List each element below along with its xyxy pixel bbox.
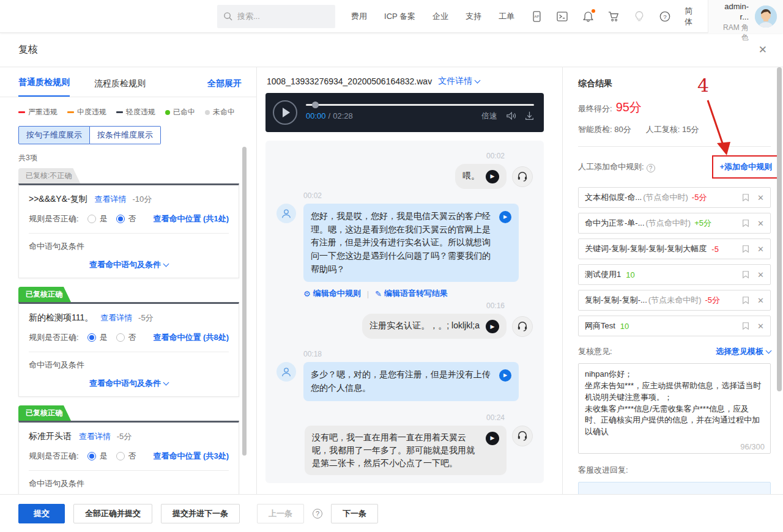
bookmark-gear-icon[interactable]: [741, 270, 750, 279]
headset-icon[interactable]: [512, 166, 533, 187]
remove-rule-icon[interactable]: ✕: [757, 296, 764, 305]
volume-icon[interactable]: [506, 111, 516, 120]
bookmark-gear-icon[interactable]: [741, 322, 750, 330]
rules-scrollbar[interactable]: [242, 147, 247, 456]
radio-no[interactable]: [116, 452, 125, 460]
char-count: 96/300: [740, 442, 765, 451]
remove-rule-icon[interactable]: ✕: [757, 322, 764, 331]
bookmark-gear-icon[interactable]: [741, 193, 750, 202]
nav-menu: 费用 ICP 备案 企业 支持 工单: [351, 11, 514, 22]
radio-yes[interactable]: [87, 215, 96, 223]
nav-item-billing[interactable]: 费用: [351, 11, 367, 22]
radio-no[interactable]: [116, 333, 125, 342]
rule-title: 标准开头语: [29, 431, 72, 441]
opinion-template-link[interactable]: 选择意见模板: [716, 346, 771, 357]
customer-message: 喂。▶: [276, 164, 533, 189]
message-time: 00:02: [276, 152, 505, 160]
tab-flow-rules[interactable]: 流程质检规则: [94, 78, 146, 97]
search-input[interactable]: [237, 12, 329, 21]
view-hit-statement-link[interactable]: 查看命中语句及条件: [29, 378, 229, 389]
manual-rule-item: 复制-复制-复制-...(节点未命中时)-5分 ✕: [578, 290, 771, 311]
agent-message: 多少？嗯，对的，是您有注册，但是并没有上传您的个人信息。▶: [276, 362, 533, 401]
help-icon[interactable]: ?: [659, 10, 671, 23]
view-hit-position-link[interactable]: 查看命中位置 (共8处): [154, 332, 229, 343]
language-switch[interactable]: 简体: [685, 6, 697, 28]
bell-icon[interactable]: [582, 10, 594, 23]
message-play-button[interactable]: ▶: [499, 211, 511, 223]
help-icon[interactable]: ?: [647, 164, 655, 172]
bookmark-gear-icon[interactable]: [741, 219, 750, 227]
remove-rule-icon[interactable]: ✕: [757, 245, 764, 254]
api-icon[interactable]: AP: [530, 10, 543, 23]
view-detail-link[interactable]: 查看详情: [100, 313, 132, 322]
all-correct-submit-button[interactable]: 全部正确并提交: [73, 504, 152, 523]
footer-bar: 提交 全部正确并提交 提交并进下一条 上一条 ? 下一条: [0, 494, 783, 532]
radio-yes[interactable]: [87, 452, 96, 460]
remove-rule-icon[interactable]: ✕: [757, 193, 764, 202]
global-search[interactable]: [217, 5, 335, 28]
review-opinion-textarea[interactable]: nihpan你好； 坐席未告知***，应主动提供帮助信息，选择适当时机说明关键注…: [578, 363, 771, 454]
progress-bar[interactable]: [306, 104, 534, 106]
next-button[interactable]: 下一条: [331, 504, 378, 523]
nav-item-icp[interactable]: ICP 备案: [384, 11, 415, 22]
bookmark-gear-icon[interactable]: [741, 296, 750, 305]
nav-item-support[interactable]: 支持: [466, 11, 481, 22]
radio-yes[interactable]: [87, 333, 96, 342]
miss-dot: [205, 110, 210, 115]
severe-dash: [18, 111, 25, 113]
headset-icon[interactable]: [512, 316, 533, 337]
message-play-button[interactable]: ▶: [486, 432, 499, 445]
account-menu[interactable]: sca-admin-r... RAM 角色: [708, 0, 783, 33]
view-hit-statement-link[interactable]: 查看命中语句及条件: [29, 259, 229, 270]
agent-message: 您好，我是哎，您好，我是电信天翼云的客户经理。嗯，这边是看到您在我们天翼云的官网…: [276, 204, 533, 282]
result-scrollbar[interactable]: [777, 67, 782, 391]
radio-no[interactable]: [116, 215, 125, 223]
cart-icon[interactable]: [607, 10, 620, 23]
download-icon[interactable]: [525, 111, 534, 120]
progress-knob[interactable]: [312, 102, 319, 108]
close-icon[interactable]: ✕: [759, 43, 767, 56]
manual-rule-item: 网商Test10 ✕: [578, 316, 771, 336]
message-play-button[interactable]: ▶: [486, 170, 499, 183]
view-by-sentence-button[interactable]: 按句子维度展示: [18, 126, 90, 144]
terminal-icon[interactable]: [556, 10, 568, 23]
view-hit-position-link[interactable]: 查看命中位置 (共1处): [154, 213, 229, 224]
help-icon[interactable]: ?: [313, 509, 322, 519]
submit-and-next-button[interactable]: 提交并进下一条: [161, 504, 240, 523]
submit-button[interactable]: 提交: [18, 504, 65, 523]
message-play-button[interactable]: ▶: [499, 369, 511, 382]
previous-button[interactable]: 上一条: [257, 504, 304, 523]
playback-speed-button[interactable]: 倍速: [481, 111, 497, 122]
manual-score-label: 人工复核:: [646, 125, 680, 134]
message-play-button[interactable]: ▶: [486, 320, 499, 333]
hit-dot: [165, 110, 170, 115]
manual-score-value: 15分: [682, 125, 699, 134]
gear-icon: ⚙: [303, 289, 311, 298]
correct-label: 规则是否正确:: [29, 451, 79, 462]
view-hit-position-link[interactable]: 查看命中位置 (共3处): [154, 451, 229, 462]
edit-hit-rule-link[interactable]: ⚙编辑命中规则: [303, 288, 361, 299]
customer-message: 没有吧，我一直在用着一直在用着天翼云呢，我都用了一年多了。那可能就是我用就是第二…: [276, 426, 533, 475]
agent-reply-textarea[interactable]: [578, 482, 771, 494]
message-text: 没有吧，我一直在用着一直在用着天翼云呢，我都用了一年多了。那可能就是我用就是第二…: [312, 431, 480, 470]
nav-item-tickets[interactable]: 工单: [499, 11, 514, 22]
view-detail-link[interactable]: 查看详情: [95, 194, 127, 204]
headset-icon[interactable]: [512, 426, 533, 446]
remove-rule-icon[interactable]: ✕: [757, 219, 764, 228]
view-detail-link[interactable]: 查看详情: [79, 432, 111, 441]
ai-score-value: 80分: [614, 125, 631, 134]
view-by-condition-button[interactable]: 按条件维度展示: [90, 126, 161, 144]
lightbulb-icon[interactable]: [633, 10, 645, 23]
tab-normal-rules[interactable]: 普通质检规则: [18, 77, 70, 97]
expand-all-link[interactable]: 全部展开: [207, 78, 242, 97]
play-button[interactable]: [273, 100, 297, 125]
bookmark-gear-icon[interactable]: [741, 245, 750, 253]
manual-rule-item: 关键词-复制-复制-复制-复制大幅度-5 ✕: [578, 238, 771, 259]
chevron-down-icon: [475, 78, 481, 84]
avatar[interactable]: [755, 6, 777, 28]
edit-transcript-link[interactable]: ✎编辑语音转写结果: [375, 288, 448, 299]
file-detail-link[interactable]: 文件详情: [438, 76, 480, 87]
remove-rule-icon[interactable]: ✕: [757, 270, 764, 279]
add-hit-rule-button[interactable]: +添加命中规则: [719, 162, 772, 171]
nav-item-enterprise[interactable]: 企业: [432, 11, 448, 22]
